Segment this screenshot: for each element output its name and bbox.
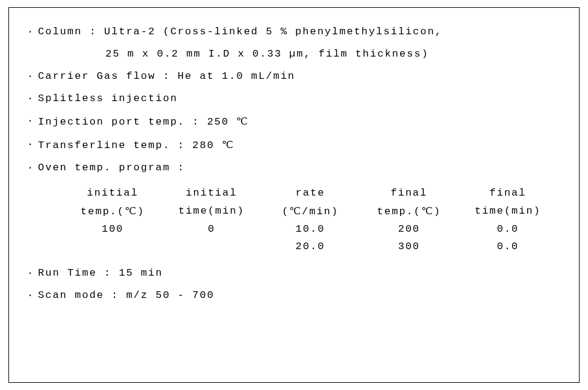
table-header-cell: (℃/min) (261, 202, 360, 220)
bullet-icon: · (27, 138, 38, 150)
table-header-cell: initial (162, 184, 261, 202)
table-cell: 200 (360, 220, 458, 238)
param-column-line1: ·Column : Ultra-2 (Cross-linked 5 % phen… (27, 26, 561, 37)
table-cell: 0.0 (458, 220, 557, 238)
oven-temp-program-table: initial initial rate final final temp.(℃… (63, 184, 557, 255)
table-header-cell: temp.(℃) (360, 202, 458, 220)
param-column-line2: 25 m x 0.2 mm I.D x 0.33 µm, film thickn… (27, 48, 561, 60)
text-column1: Column : Ultra-2 (Cross-linked 5 % pheny… (38, 26, 442, 37)
bullet-icon: · (27, 162, 38, 173)
table-row: 20.0 300 0.0 (63, 238, 557, 255)
bullet-icon: · (27, 289, 38, 301)
bullet-icon: · (27, 115, 38, 126)
parameters-panel: ·Column : Ultra-2 (Cross-linked 5 % phen… (8, 7, 580, 383)
table-header-cell: time(min) (162, 202, 261, 220)
text-runtime: Run Time : 15 min (38, 267, 163, 279)
bullet-icon: · (27, 93, 38, 104)
text-injport: Injection port temp. : 250 ℃ (38, 116, 249, 128)
param-carrier-gas: ·Carrier Gas flow : He at 1.0 mL/min (27, 70, 561, 82)
param-oven-temp-program-label: ·Oven temp. program : (27, 162, 561, 173)
param-run-time: ·Run Time : 15 min (27, 267, 561, 279)
table-header-cell: initial (63, 184, 162, 202)
table-header-row-1: initial initial rate final final (63, 184, 557, 202)
text-ovenlabel: Oven temp. program : (38, 162, 185, 173)
table-cell (63, 238, 162, 255)
table-cell: 100 (63, 220, 162, 238)
table-header-cell: rate (261, 184, 360, 202)
table-cell: 0.0 (458, 238, 557, 255)
table-header-cell: final (458, 184, 557, 202)
param-splitless: ·Splitless injection (27, 93, 561, 104)
text-carrier: Carrier Gas flow : He at 1.0 mL/min (38, 70, 295, 82)
table-cell: 10.0 (261, 220, 360, 238)
table-cell (162, 238, 261, 255)
param-scan-mode: ·Scan mode : m/z 50 - 700 (27, 289, 561, 301)
bullet-icon: · (27, 70, 38, 82)
text-scanmode: Scan mode : m/z 50 - 700 (38, 289, 214, 301)
bullet-icon: · (27, 267, 38, 279)
table-cell: 300 (360, 238, 458, 255)
table-header-cell: time(min) (458, 202, 557, 220)
table-cell: 0 (162, 220, 261, 238)
text-column2: 25 m x 0.2 mm I.D x 0.33 µm, film thickn… (105, 48, 429, 60)
table-row: 100 0 10.0 200 0.0 (63, 220, 557, 238)
text-splitless: Splitless injection (38, 93, 178, 104)
table-header-cell: temp.(℃) (63, 202, 162, 220)
text-transfer: Transferline temp. : 280 ℃ (38, 140, 234, 151)
param-transferline-temp: ·Transferline temp. : 280 ℃ (27, 138, 561, 151)
param-injection-port-temp: ·Injection port temp. : 250 ℃ (27, 115, 561, 128)
table-header-cell: final (360, 184, 458, 202)
bullet-icon: · (27, 26, 38, 37)
table-header-row-2: temp.(℃) time(min) (℃/min) temp.(℃) time… (63, 202, 557, 220)
table-cell: 20.0 (261, 238, 360, 255)
